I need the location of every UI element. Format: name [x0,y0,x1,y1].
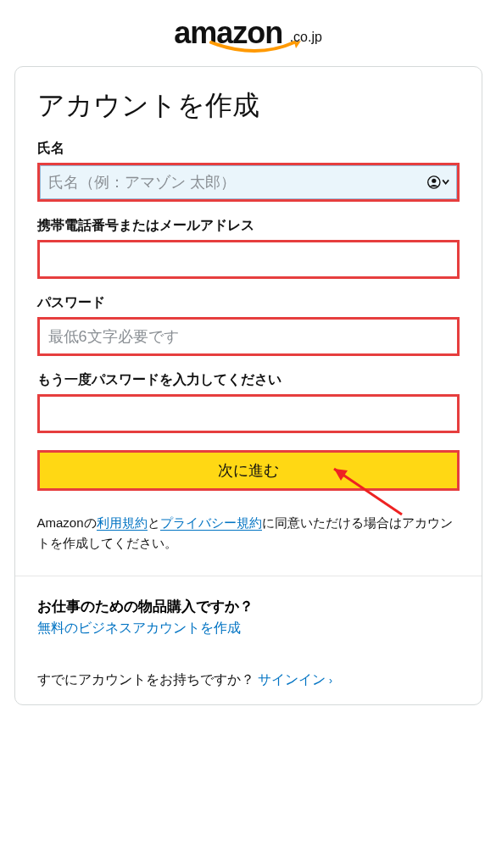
password-confirm-input[interactable] [37,394,460,433]
terms-text: Amazonの利用規約とプライバシー規約に同意いただける場合はアカウントを作成し… [37,513,460,554]
name-input[interactable] [37,163,460,202]
logo-suffix: .co.jp [290,30,322,44]
contact-input[interactable] [37,240,460,279]
contact-field: 携帯電話番号またはメールアドレス [37,217,460,279]
autofill-contact-icon[interactable] [427,171,449,193]
submit-button[interactable]: 次に進む [37,450,460,491]
amazon-logo[interactable]: amazon .co.jp [174,15,322,51]
signin-link[interactable]: サインイン› [258,672,332,687]
signin-row: すでにアカウントをお持ちですか？ サインイン› [37,671,460,689]
business-title: お仕事のための物品購入ですか？ [37,597,460,616]
password-confirm-label: もう一度パスワードを入力してください [37,371,460,389]
name-label: 氏名 [37,140,460,158]
amazon-smile-icon [209,41,303,56]
password-field: パスワード [37,294,460,356]
business-account-link[interactable]: 無料のビジネスアカウントを作成 [37,620,241,635]
terms-of-use-link[interactable]: 利用規約 [97,515,148,531]
chevron-right-icon: › [329,675,332,687]
header-logo-area: amazon .co.jp [7,7,489,66]
business-prompt: お仕事のための物品購入ですか？ 無料のビジネスアカウントを作成 [37,597,460,637]
contact-label: 携帯電話番号またはメールアドレス [37,217,460,235]
password-input[interactable] [37,317,460,356]
register-panel: アカウントを作成 氏名 携帯電話番号またはメールアドレス パスワード もう一度パ… [14,66,482,705]
signin-prompt: すでにアカウントをお持ちですか？ [37,672,254,687]
page-title: アカウントを作成 [37,87,460,125]
divider [15,576,482,576]
svg-point-1 [432,179,436,183]
name-field: 氏名 [37,140,460,202]
password-confirm-field: もう一度パスワードを入力してください [37,371,460,433]
password-label: パスワード [37,294,460,312]
privacy-policy-link[interactable]: プライバシー規約 [160,515,262,531]
